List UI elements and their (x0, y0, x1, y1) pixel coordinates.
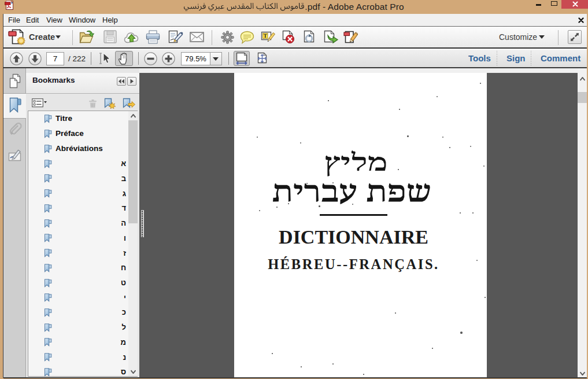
svg-text:T: T (264, 33, 267, 39)
